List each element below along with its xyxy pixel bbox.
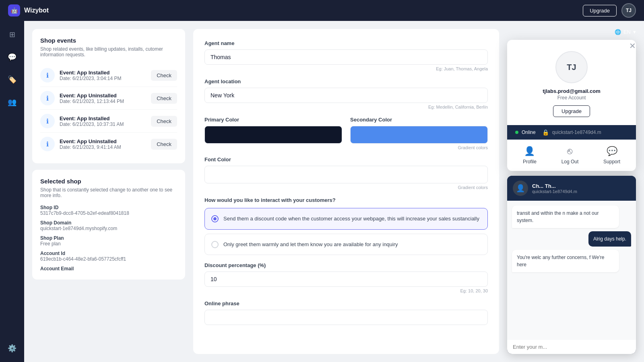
event-date: Date: 6/21/2023, 10:37:31 AM <box>60 121 146 127</box>
sidebar-item-settings[interactable]: ⚙️ <box>5 341 19 356</box>
topnav-right: Upgrade TJ <box>583 3 636 18</box>
action-logout[interactable]: ⎋ Log Out <box>561 146 579 165</box>
agent-name-input[interactable] <box>204 49 488 65</box>
chat-header-info: Ch... Th... quickstart-1e8749d4.m <box>532 183 630 194</box>
user-avatar[interactable]: TJ <box>621 3 636 18</box>
primary-color-swatch[interactable] <box>204 126 342 144</box>
discount-label: Discount percentage (%) <box>204 262 488 268</box>
event-name: Event: App Uninstalled <box>60 93 146 99</box>
right-panel: 🌐 EN ▾ ✕ TJ tjlabs.prod@gmail.com Free A… <box>507 29 636 354</box>
session-bar: Online 🔒 quickstart-1e8749d4.m <box>507 125 636 140</box>
profile-plan: Free Account <box>557 95 586 101</box>
font-color-group: Font Color <box>204 156 488 183</box>
event-row-2: ℹ Event: App Installed Date: 6/21/2023, … <box>40 110 177 133</box>
msg-bot-1-text: You're welc any further concerns, f We'r… <box>517 255 604 267</box>
event-icon: ℹ <box>40 114 55 128</box>
radio-greet[interactable]: Only greet them warmly and let them know… <box>204 234 488 255</box>
lang-text: EN <box>623 29 631 35</box>
check-button-3[interactable]: Check <box>151 139 177 150</box>
shop-field-value: 619ecb1b-c464-48e2-bfa6-057725cfcff1 <box>40 256 177 262</box>
msg-user-0-text: Alrig days help. <box>593 236 626 242</box>
main-content: Shop events Shop related events, like bi… <box>24 21 644 362</box>
brand: 🤖 Wizybot <box>8 4 49 16</box>
radio-discount[interactable]: Send them a discount code when the custo… <box>204 208 488 230</box>
action-profile-label: Profile <box>523 159 537 165</box>
action-support[interactable]: 💬 Support <box>603 146 620 165</box>
shop-field-value: 5317c7b9-dcc8-4705-b2ef-edeaf8041818 <box>40 210 177 216</box>
event-info: Event: App Installed Date: 6/21/2023, 3:… <box>60 70 146 81</box>
agent-name-label: Agent name <box>204 40 488 46</box>
shop-events-desc: Shop related events, like billing update… <box>40 46 177 58</box>
shop-events-card: Shop events Shop related events, like bi… <box>32 29 185 163</box>
shop-field-shop-id: Shop ID 5317c7b9-dcc8-4705-b2ef-edeaf804… <box>40 205 177 216</box>
shop-field-label: Account Id <box>40 251 177 256</box>
radio-dot-greet <box>211 241 219 248</box>
profile-email: tjlabs.prod@gmail.com <box>543 88 600 94</box>
logout-icon: ⎋ <box>567 146 572 156</box>
event-date: Date: 6/21/2023, 9:41:14 AM <box>60 144 146 150</box>
primary-color-group: Primary Color <box>204 117 342 144</box>
profile-upgrade-button[interactable]: Upgrade <box>553 105 590 117</box>
secondary-color-swatch[interactable] <box>350 126 488 144</box>
chat-input-row <box>507 340 636 354</box>
shop-field-value: Free plan <box>40 241 177 247</box>
event-info: Event: App Uninstalled Date: 6/21/2023, … <box>60 138 146 150</box>
close-button[interactable]: ✕ <box>629 41 636 51</box>
discount-hint: Eg: 10, 20, 30 <box>204 288 488 293</box>
upgrade-button[interactable]: Upgrade <box>583 5 617 16</box>
event-icon: ℹ <box>40 137 55 151</box>
profile-header: TJ tjlabs.prod@gmail.com Free Account Up… <box>507 40 636 125</box>
shop-field-value: quickstart-1e8749d4.myshopify.com <box>40 226 177 231</box>
sidebar-item-chat[interactable]: 💬 <box>5 50 19 64</box>
session-domain: quickstart-1e8749d4.m <box>552 130 601 135</box>
chat-input[interactable] <box>513 344 630 350</box>
lang-selector[interactable]: 🌐 EN ▾ <box>507 29 636 35</box>
event-icon: ℹ <box>40 91 55 105</box>
chat-header: 👤 Ch... Th... quickstart-1e8749d4.m <box>507 176 636 201</box>
selected-shop-desc: Shop that is constantly selected change … <box>40 187 177 198</box>
profile-dropdown: TJ tjlabs.prod@gmail.com Free Account Up… <box>507 40 636 171</box>
agent-name-group: Agent name Eg: Juan, Thomas, Angela <box>204 40 488 71</box>
online-dot <box>515 131 518 134</box>
profile-actions: 👤 Profile ⎋ Log Out 💬 Support <box>507 140 636 171</box>
event-icon: ℹ <box>40 68 55 82</box>
font-color-label: Font Color <box>204 156 488 162</box>
font-color-swatch[interactable] <box>204 166 488 183</box>
sidebar-item-home[interactable]: ⊞ <box>5 27 19 42</box>
profile-avatar: TJ <box>555 51 588 83</box>
check-button-0[interactable]: Check <box>151 70 177 81</box>
event-info: Event: App Installed Date: 6/21/2023, 10… <box>60 115 146 127</box>
event-info: Event: App Uninstalled Date: 6/21/2023, … <box>60 93 146 104</box>
msg-bot-0: transit and within the n make a not our … <box>512 206 619 228</box>
gradient-hint-2: Gradient colors <box>204 185 488 190</box>
online-phrase-input[interactable] <box>204 310 488 325</box>
online-status: Online <box>522 130 536 135</box>
event-name: Event: App Installed <box>60 115 146 121</box>
shop-field-account-id: Account Id 619ecb1b-c464-48e2-bfa6-05772… <box>40 251 177 262</box>
action-profile[interactable]: 👤 Profile <box>523 146 537 165</box>
check-button-1[interactable]: Check <box>151 93 177 104</box>
left-panel: Shop events Shop related events, like bi… <box>32 29 185 354</box>
selected-shop-title: Selected shop <box>40 178 177 185</box>
event-name: Event: App Uninstalled <box>60 138 146 144</box>
sidebar-item-users[interactable]: 👥 <box>5 95 19 109</box>
agent-location-input[interactable] <box>204 88 488 103</box>
discount-group: Discount percentage (%) Eg: 10, 20, 30 <box>204 262 488 293</box>
shop-field-domain: Shop Domain quickstart-1e8749d4.myshopif… <box>40 220 177 231</box>
shop-field-plan: Shop Plan Free plan <box>40 235 177 247</box>
event-row-3: ℹ Event: App Uninstalled Date: 6/21/2023… <box>40 133 177 155</box>
chat-panel: 👤 Ch... Th... quickstart-1e8749d4.m tran… <box>507 176 636 354</box>
shop-field-label: Shop ID <box>40 205 177 210</box>
radio-text-discount: Send them a discount code when the custo… <box>223 215 479 223</box>
discount-input[interactable] <box>204 272 488 287</box>
check-button-2[interactable]: Check <box>151 116 177 127</box>
agent-name-hint: Eg: Juan, Thomas, Angela <box>204 66 488 71</box>
sidebar-item-tags[interactable]: 🏷️ <box>5 72 19 87</box>
center-panel: Agent name Eg: Juan, Thomas, Angela Agen… <box>193 29 499 354</box>
shop-field-label: Shop Plan <box>40 235 177 241</box>
event-row-0: ℹ Event: App Installed Date: 6/21/2023, … <box>40 64 177 87</box>
online-phrase-label: Online phrase <box>204 300 488 306</box>
profile-icon: 👤 <box>524 146 535 156</box>
shop-field-label: Shop Domain <box>40 220 177 226</box>
agent-location-label: Agent location <box>204 78 488 84</box>
